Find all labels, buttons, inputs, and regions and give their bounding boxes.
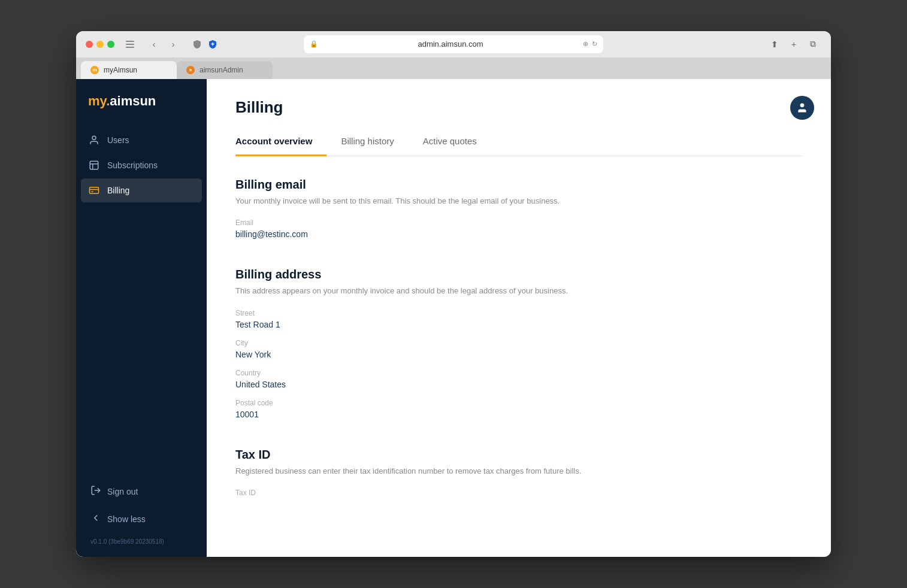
- tax-id-value: [235, 499, 802, 509]
- svg-rect-1: [126, 44, 134, 45]
- sidebar-item-users[interactable]: Users: [81, 128, 202, 152]
- sidebar-logo: my.aimsun: [76, 79, 207, 128]
- show-less-label: Show less: [107, 514, 146, 524]
- aimsunadmin-favicon: a: [186, 66, 195, 74]
- email-value: billing@testinc.com: [235, 229, 802, 239]
- logo-my: my.: [88, 93, 110, 108]
- translate-icon: ⊕: [583, 40, 588, 48]
- logo: my.aimsun: [88, 93, 195, 109]
- share-button[interactable]: ⬆: [766, 36, 783, 53]
- postal-code-field: Postal code 10001: [235, 399, 802, 419]
- bitwarden-icon: [207, 38, 219, 50]
- sidebar: my.aimsun Users: [76, 79, 207, 557]
- street-field: Street Test Road 1: [235, 309, 802, 329]
- tab-aimsunadmin-label: aimsunAdmin: [199, 66, 243, 74]
- sidebar-item-billing-label: Billing: [107, 186, 129, 195]
- close-button[interactable]: [86, 41, 93, 48]
- browser-window: ‹ › 🔒 admin.aimsun.com ⊕ ↻: [76, 31, 831, 557]
- minimize-button[interactable]: [96, 41, 104, 48]
- svg-point-11: [800, 103, 805, 107]
- logo-brand: aimsun: [110, 93, 156, 108]
- main-content: Billing Account overview Billing history…: [207, 79, 831, 557]
- show-less-icon: [90, 513, 101, 525]
- back-button[interactable]: ‹: [146, 36, 162, 53]
- sidebar-item-users-label: Users: [107, 135, 129, 145]
- sidebar-item-subscriptions[interactable]: Subscriptions: [81, 153, 202, 177]
- tab-overview-button[interactable]: ⧉: [805, 36, 821, 53]
- shield-icon: [191, 38, 203, 50]
- tax-id-title: Tax ID: [235, 448, 802, 462]
- myaimsun-favicon: m: [90, 66, 99, 74]
- svg-rect-2: [126, 47, 134, 48]
- sign-out-label: Sign out: [107, 487, 138, 496]
- billing-address-description: This address appears on your monthly inv…: [235, 285, 802, 297]
- tab-myaimsun[interactable]: m myAimsun: [81, 61, 177, 79]
- sidebar-nav: Users Subscriptions: [76, 128, 207, 299]
- sidebar-item-subscriptions-label: Subscriptions: [107, 160, 158, 170]
- city-value: New York: [235, 350, 802, 359]
- svg-rect-0: [126, 41, 134, 42]
- app-container: my.aimsun Users: [76, 79, 831, 557]
- billing-email-description: Your monthly invoice will be sent to thi…: [235, 195, 802, 207]
- sidebar-toggle-button[interactable]: [122, 36, 138, 53]
- billing-icon: [88, 184, 100, 196]
- billing-email-section: Billing email Your monthly invoice will …: [235, 178, 802, 240]
- version-text: v0.1.0 (3be9b69 20230518): [86, 534, 197, 545]
- fullscreen-button[interactable]: [107, 41, 114, 48]
- browser-titlebar: ‹ › 🔒 admin.aimsun.com ⊕ ↻: [76, 31, 831, 57]
- tab-billing-history[interactable]: Billing history: [326, 129, 408, 156]
- email-label: Email: [235, 219, 802, 227]
- billing-email-field: Email billing@testinc.com: [235, 219, 802, 239]
- tax-id-description: Registered business can enter their tax …: [235, 465, 802, 477]
- street-label: Street: [235, 309, 802, 317]
- new-tab-button[interactable]: +: [785, 36, 802, 53]
- sidebar-item-billing[interactable]: Billing: [81, 178, 202, 202]
- lock-icon: 🔒: [310, 40, 318, 48]
- svg-rect-4: [90, 161, 98, 169]
- page-title: Billing: [235, 98, 802, 117]
- browser-tabs: m myAimsun a aimsunAdmin: [76, 57, 831, 79]
- tax-id-label: Tax ID: [235, 489, 802, 497]
- tab-myaimsun-label: myAimsun: [104, 66, 137, 74]
- address-text: admin.aimsun.com: [322, 40, 579, 49]
- sign-out-button[interactable]: Sign out: [86, 479, 197, 504]
- tax-id-field: Tax ID: [235, 489, 802, 509]
- country-label: Country: [235, 369, 802, 377]
- country-value: United States: [235, 380, 802, 389]
- billing-address-section: Billing address This address appears on …: [235, 268, 802, 419]
- sign-out-icon: [90, 485, 101, 498]
- billing-address-title: Billing address: [235, 268, 802, 281]
- users-icon: [88, 134, 100, 146]
- address-bar[interactable]: 🔒 admin.aimsun.com ⊕ ↻: [304, 35, 603, 53]
- city-field: City New York: [235, 339, 802, 359]
- billing-email-title: Billing email: [235, 178, 802, 192]
- browser-nav-controls: ‹ ›: [146, 36, 182, 53]
- browser-action-buttons: ⬆ + ⧉: [766, 36, 821, 53]
- tab-active-quotes[interactable]: Active quotes: [409, 129, 491, 156]
- svg-point-3: [92, 136, 96, 140]
- show-less-button[interactable]: Show less: [86, 507, 197, 531]
- refresh-icon[interactable]: ↻: [592, 40, 597, 48]
- sidebar-bottom: Sign out Show less v0.1.0 (3be9b69 20230…: [76, 469, 207, 557]
- tab-account-overview[interactable]: Account overview: [235, 129, 326, 156]
- subscriptions-icon: [88, 159, 100, 171]
- tabs-bar: Account overview Billing history Active …: [235, 129, 802, 156]
- tab-aimsunadmin[interactable]: a aimsunAdmin: [177, 61, 273, 79]
- user-avatar[interactable]: [790, 96, 814, 120]
- forward-button[interactable]: ›: [165, 36, 182, 53]
- postal-code-label: Postal code: [235, 399, 802, 407]
- country-field: Country United States: [235, 369, 802, 389]
- tax-id-section: Tax ID Registered business can enter the…: [235, 448, 802, 510]
- svg-rect-7: [90, 187, 99, 194]
- city-label: City: [235, 339, 802, 347]
- traffic-lights: [86, 41, 114, 48]
- postal-code-value: 10001: [235, 410, 802, 419]
- street-value: Test Road 1: [235, 320, 802, 329]
